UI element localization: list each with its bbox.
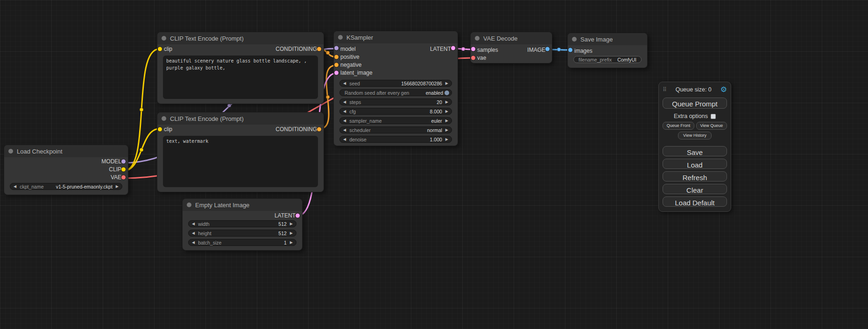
random-seed-toggle-widget[interactable]: Random seed after every gen enabled [339, 89, 452, 96]
filename-prefix-widget[interactable]: filename_prefix ComfyUI [573, 56, 642, 63]
widget-value: 156680208700286 [401, 81, 442, 86]
input-slot-model[interactable] [334, 46, 339, 50]
view-history-button[interactable]: View History [678, 132, 712, 140]
widget-label: ckpt_name [20, 184, 43, 189]
collapse-dot-icon[interactable] [162, 116, 166, 121]
output-slot-clip[interactable] [121, 167, 126, 171]
scheduler-widget[interactable]: ◀ scheduler normal ▶ [339, 126, 452, 133]
input-slot-images[interactable] [568, 48, 572, 52]
collapse-dot-icon[interactable] [475, 36, 480, 41]
load-default-button[interactable]: Load Default [663, 196, 727, 207]
cfg-widget[interactable]: ◀ cfg 8.000 ▶ [339, 108, 452, 115]
node-title-bar: VAE Decode [471, 32, 552, 44]
increment-arrow-icon[interactable]: ▶ [290, 241, 293, 245]
drag-handle-icon[interactable]: ⠿ [663, 86, 667, 93]
next-arrow-icon[interactable]: ▶ [116, 185, 119, 189]
node-vae-decode[interactable]: VAE Decode samples IMAGE vae [470, 32, 552, 63]
output-slot-conditioning[interactable] [317, 127, 321, 132]
decrement-arrow-icon[interactable]: ◀ [192, 231, 195, 235]
node-load-checkpoint[interactable]: Load Checkpoint MODEL CLIP VAE ◀ ckpt_na… [4, 145, 128, 195]
next-arrow-icon[interactable]: ▶ [445, 119, 448, 123]
input-slot-positive[interactable] [334, 55, 339, 59]
width-widget[interactable]: ◀ width 512 ▶ [188, 220, 296, 227]
node-clip-text-encode-positive[interactable]: CLIP Text Encode (Prompt) clip CONDITION… [157, 32, 324, 104]
node-empty-latent-image[interactable]: Empty Latent Image LATENT ◀ width 512 ▶ … [182, 198, 303, 251]
increment-arrow-icon[interactable]: ▶ [290, 222, 293, 226]
increment-arrow-icon[interactable]: ▶ [445, 110, 448, 113]
output-label-latent: LATENT [430, 46, 451, 52]
input-slot-vae[interactable] [471, 56, 475, 60]
height-widget[interactable]: ◀ height 512 ▶ [188, 230, 296, 237]
batch-size-widget[interactable]: ◀ batch_size 1 ▶ [188, 239, 296, 246]
input-label-images: images [574, 48, 593, 54]
output-slot-model[interactable] [121, 159, 126, 163]
queue-menu-panel[interactable]: ⠿ Queue size: 0 ⚙ Queue Prompt Extra opt… [658, 82, 731, 212]
sampler-name-widget[interactable]: ◀ sampler_name euler ▶ [339, 117, 452, 124]
view-queue-button[interactable]: View Queue [696, 122, 727, 130]
seed-widget[interactable]: ◀ seed 156680208700286 ▶ [339, 80, 452, 87]
decrement-arrow-icon[interactable]: ◀ [192, 222, 195, 226]
widget-label: width [198, 221, 210, 227]
decrement-arrow-icon[interactable]: ◀ [343, 110, 346, 113]
output-slot-vae[interactable] [121, 175, 126, 179]
increment-arrow-icon[interactable]: ▶ [445, 82, 448, 85]
save-button[interactable]: Save [663, 146, 727, 156]
output-slot-conditioning[interactable] [317, 47, 321, 51]
collapse-dot-icon[interactable] [572, 37, 577, 42]
output-slot-image[interactable] [545, 47, 550, 51]
increment-arrow-icon[interactable]: ▶ [445, 138, 448, 141]
input-label-latent-image: latent_image [340, 70, 373, 76]
widget-label: height [198, 231, 212, 236]
output-label-image: IMAGE [527, 47, 545, 53]
refresh-button[interactable]: Refresh [663, 171, 727, 182]
widget-label: cfg [349, 109, 356, 114]
input-slot-samples[interactable] [471, 47, 475, 51]
collapse-dot-icon[interactable] [162, 36, 166, 41]
prev-arrow-icon[interactable]: ◀ [343, 128, 346, 132]
denoise-widget[interactable]: ◀ denoise 1.000 ▶ [339, 136, 452, 143]
queue-front-button[interactable]: Queue Front [663, 122, 694, 130]
node-title-bar: Empty Latent Image [183, 199, 302, 211]
input-label-clip: clip [164, 126, 172, 133]
input-label-vae: vae [477, 55, 486, 61]
input-slot-negative[interactable] [334, 63, 339, 67]
widget-value: 20 [437, 99, 442, 105]
settings-gear-icon[interactable]: ⚙ [720, 86, 727, 93]
input-slot-clip[interactable] [158, 47, 162, 51]
collapse-dot-icon[interactable] [338, 35, 343, 40]
extra-options-checkbox[interactable] [711, 114, 716, 119]
input-label-negative: negative [340, 62, 361, 68]
node-save-image[interactable]: Save Image images filename_prefix ComfyU… [567, 33, 648, 68]
input-slot-clip[interactable] [158, 127, 162, 132]
input-slot-latent-image[interactable] [334, 70, 339, 75]
node-clip-text-encode-negative[interactable]: CLIP Text Encode (Prompt) clip CONDITION… [157, 112, 324, 192]
negative-prompt-textarea[interactable]: text, watermark [163, 136, 318, 187]
decrement-arrow-icon[interactable]: ◀ [343, 82, 346, 85]
collapse-dot-icon[interactable] [8, 149, 13, 154]
decrement-arrow-icon[interactable]: ◀ [343, 138, 346, 141]
input-label-positive: positive [340, 54, 360, 60]
toggle-knob[interactable] [445, 91, 449, 95]
steps-widget[interactable]: ◀ steps 20 ▶ [339, 98, 452, 105]
output-slot-latent[interactable] [296, 214, 300, 218]
queue-prompt-button[interactable]: Queue Prompt [663, 98, 727, 109]
prev-arrow-icon[interactable]: ◀ [343, 119, 346, 123]
node-ksampler[interactable]: KSampler model LATENT positive negative … [333, 31, 458, 146]
output-label-vae: VAE [111, 174, 121, 181]
extra-options-label: Extra options [674, 113, 708, 119]
node-graph-canvas[interactable]: Load Checkpoint MODEL CLIP VAE ◀ ckpt_na… [0, 0, 868, 329]
prev-arrow-icon[interactable]: ◀ [14, 185, 16, 189]
increment-arrow-icon[interactable]: ▶ [445, 100, 448, 104]
node-title-bar: CLIP Text Encode (Prompt) [157, 112, 324, 125]
increment-arrow-icon[interactable]: ▶ [290, 231, 293, 235]
ckpt-name-widget[interactable]: ◀ ckpt_name v1-5-pruned-emaonly.ckpt ▶ [10, 183, 122, 190]
clear-button[interactable]: Clear [663, 184, 727, 194]
output-slot-latent[interactable] [451, 46, 455, 50]
next-arrow-icon[interactable]: ▶ [445, 128, 448, 132]
load-button[interactable]: Load [663, 159, 727, 169]
collapse-dot-icon[interactable] [187, 203, 191, 207]
node-title: Empty Latent Image [195, 202, 249, 209]
decrement-arrow-icon[interactable]: ◀ [192, 241, 195, 245]
decrement-arrow-icon[interactable]: ◀ [343, 100, 346, 104]
positive-prompt-textarea[interactable]: beautiful scenery nature glass bottle la… [163, 56, 318, 99]
